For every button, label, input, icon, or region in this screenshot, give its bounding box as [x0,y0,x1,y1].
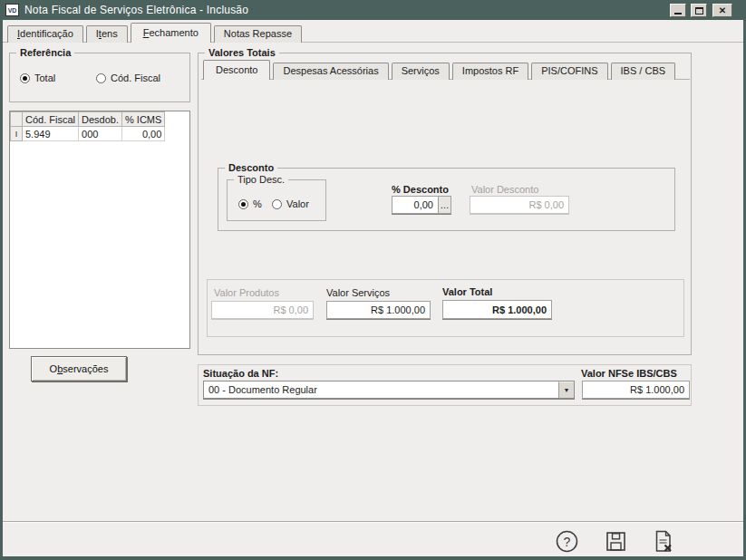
valor-desconto-value: R$ 0,00 [470,199,568,210]
tab-label: Serviços [402,65,440,76]
tab-despesas-acessorias[interactable]: Despesas Acessórias [273,63,388,80]
nfse-value: R$ 1.000,00 [583,384,689,395]
radio-cod-fiscal[interactable]: Cód. Fiscal [96,72,160,83]
valor-servicos-value: R$ 1.000,00 [327,304,430,315]
tab-label: Itens [96,28,118,39]
svg-text:?: ? [563,534,570,548]
radio-tipo-pct-label: % [253,198,262,209]
valor-produtos-value: R$ 0,00 [212,304,313,315]
maximize-button[interactable] [691,4,707,17]
titlebar[interactable]: VD Nota Fiscal de Serviços Eletrônica - … [0,0,746,20]
valores-tab-bar: Desconto Despesas Acessórias Serviços Im… [203,60,675,80]
pct-desconto-field[interactable]: 0,00 … [392,196,451,214]
radio-cod-fiscal-label: Cód. Fiscal [111,72,160,83]
nfse-label: Valor NFSe IBS/CBS [581,368,677,379]
situacao-select[interactable]: 00 - Documento Regular ▼ [203,381,575,399]
pct-desconto-value: 0,00 [392,199,438,210]
observacoes-button[interactable]: Observações [31,356,127,381]
grid-header-row: Cód. Fiscal Desdob. % ICMS [11,112,165,127]
valor-desconto-field: R$ 0,00 [470,196,569,214]
minimize-icon [674,13,682,14]
cell-desdob[interactable]: 000 [79,127,122,141]
grid-col-cod-fiscal[interactable]: Cód. Fiscal [23,112,79,127]
valor-produtos-field: R$ 0,00 [211,301,314,319]
cancel-document-button[interactable] [649,528,676,554]
window-title: Nota Fiscal de Serviços Eletrônica - Inc… [24,4,248,16]
tab-fechamento[interactable]: Fechamento [131,23,211,43]
valor-servicos-field[interactable]: R$ 1.000,00 [326,301,431,319]
tab-impostos-rf[interactable]: Impostos RF [452,63,528,80]
application-window: VD Nota Fiscal de Serviços Eletrônica - … [0,0,746,560]
cell-cod-fiscal[interactable]: 5.949 [23,127,79,141]
radio-dot-icon [272,199,282,209]
help-button[interactable]: ? [553,528,580,554]
tab-label: Impostos RF [462,65,518,76]
valor-total-label: Valor Total [442,286,492,297]
help-icon: ? [555,529,579,554]
observacoes-button-label: Observações [50,363,109,374]
main-tab-bar: Identificação Itens Fechamento Notas Rep… [7,23,302,43]
tab-label: Notas Repasse [224,28,292,39]
tab-label: PIS/COFINS [541,65,597,76]
save-button[interactable] [602,528,629,554]
chevron-down-icon[interactable]: ▼ [558,381,574,398]
maximize-icon [695,7,703,14]
radio-tipo-valor[interactable]: Valor [272,198,309,209]
cell-icms[interactable]: 0,00 [122,127,165,141]
tab-notas-repasse[interactable]: Notas Repasse [214,25,302,43]
minimize-button[interactable] [670,4,686,17]
nfse-field[interactable]: R$ 1.000,00 [582,381,690,399]
ellipsis-button[interactable]: … [438,197,451,213]
tab-label: Identificação [17,28,73,39]
save-icon [604,529,628,554]
radio-total[interactable]: Total [20,72,55,83]
valor-desconto-label: Valor Desconto [471,184,538,195]
tab-label: Fechamento [143,27,199,38]
tab-itens[interactable]: Itens [86,25,128,43]
bottom-separator [3,521,743,523]
tab-label: IBS / CBS [621,65,666,76]
table-row[interactable]: I 5.949 000 0,00 [11,127,165,141]
tab-identificacao[interactable]: Identificação [7,25,83,43]
situacao-label: Situação da NF: [203,368,278,379]
radio-dot-icon [238,199,248,209]
radio-tipo-valor-label: Valor [286,198,309,209]
row-indicator-icon: I [11,127,23,141]
grid-selector-header [11,112,23,127]
app-icon: VD [5,4,19,16]
valor-produtos-label: Valor Produtos [214,287,279,298]
document-x-icon [651,529,675,554]
radio-tipo-pct[interactable]: % [238,198,262,209]
valor-servicos-label: Valor Serviços [326,287,390,298]
valor-total-field: R$ 1.000,00 [442,300,552,319]
tab-pis-cofins[interactable]: PIS/COFINS [531,63,607,80]
radio-total-label: Total [34,72,55,83]
valor-total-value: R$ 1.000,00 [443,304,551,315]
grid-col-desdob[interactable]: Desdob. [79,112,122,127]
tab-desconto[interactable]: Desconto [203,60,270,80]
valores-totais-title: Valores Totais [205,47,279,58]
grid-col-icms[interactable]: % ICMS [122,112,165,127]
tipo-desc-title: Tipo Desc. [234,174,288,185]
radio-dot-icon [96,73,106,83]
fiscal-codes-grid: Cód. Fiscal Desdob. % ICMS I 5.949 000 0… [9,111,190,349]
tab-label: Despesas Acessórias [283,65,378,76]
tab-label: Desconto [216,64,257,75]
tab-servicos[interactable]: Serviços [392,63,450,80]
referencia-title: Referência [16,47,74,58]
pct-desconto-label: % Desconto [392,184,449,195]
tab-ibs-cbs[interactable]: IBS / CBS [611,63,676,80]
situacao-selected-value: 00 - Documento Regular [204,384,558,395]
desconto-title: Desconto [225,162,277,173]
radio-dot-icon [20,73,30,83]
close-icon: ✕ [719,5,726,15]
close-button[interactable]: ✕ [712,4,732,17]
